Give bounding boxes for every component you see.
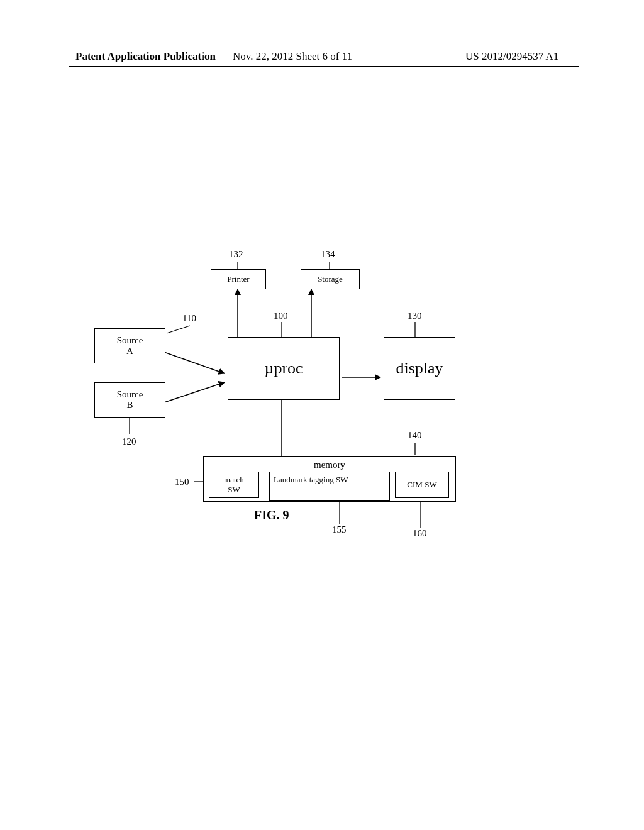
ref-100: 100	[274, 311, 288, 321]
match-sw-block: match SW	[209, 472, 259, 498]
page: Patent Application Publication Nov. 22, …	[0, 0, 644, 830]
svg-line-12	[164, 352, 225, 374]
ref-120: 120	[122, 436, 136, 447]
ref-130: 130	[408, 311, 422, 321]
ref-155: 155	[332, 524, 347, 535]
header-left: Patent Application Publication	[75, 50, 216, 63]
ref-134: 134	[321, 249, 335, 260]
header-divider	[69, 66, 579, 67]
ref-132: 132	[229, 249, 243, 260]
display-block: display	[384, 337, 455, 400]
source-a-block: Source A	[94, 328, 165, 363]
ref-140: 140	[408, 430, 422, 441]
landmark-sw-block: Landmark tagging SW	[269, 472, 390, 501]
svg-line-4	[167, 326, 190, 333]
figure-label: FIG. 9	[254, 508, 289, 523]
header-right: US 2012/0294537 A1	[465, 50, 558, 63]
ref-150: 150	[175, 477, 189, 487]
source-b-block: Source B	[94, 382, 165, 418]
ref-110: 110	[182, 313, 196, 324]
storage-block: Storage	[301, 269, 360, 289]
cim-sw-block: CIM SW	[395, 472, 449, 498]
memory-title: memory	[204, 460, 455, 470]
header-center: Nov. 22, 2012 Sheet 6 of 11	[233, 50, 352, 63]
printer-block: Printer	[211, 269, 266, 289]
ref-160: 160	[413, 528, 427, 539]
uproc-block: µproc	[228, 337, 340, 400]
diagram-fig-9: Printer Storage Source A Source B µproc …	[94, 252, 503, 578]
svg-line-13	[164, 382, 225, 402]
